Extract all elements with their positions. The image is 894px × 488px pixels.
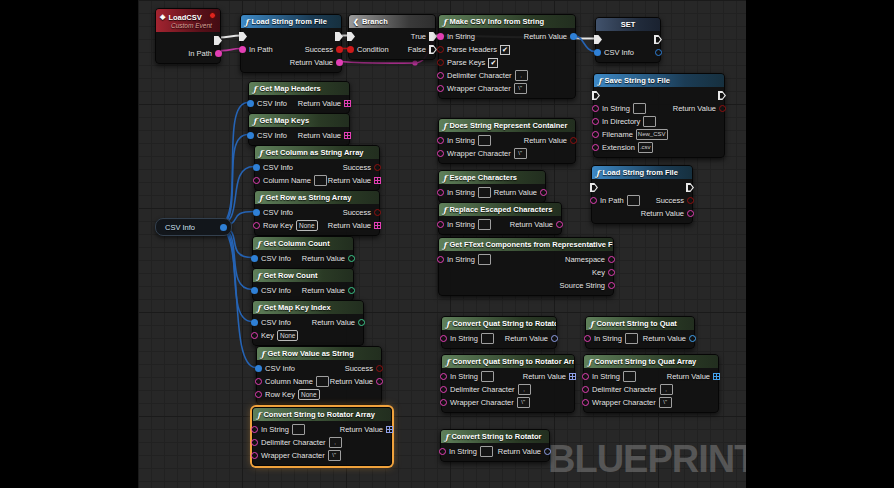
pin-group-in-string[interactable]: In String (440, 333, 494, 344)
escape-characters[interactable]: ƒEscape CharactersIn StringReturn Value (438, 170, 546, 203)
node-header[interactable]: ƒGet Map Key Index (253, 301, 363, 314)
pin-group-csv-info[interactable]: CSV Info (251, 318, 291, 327)
data-pin[interactable] (253, 209, 260, 216)
data-pin[interactable] (255, 391, 262, 398)
data-pin[interactable] (437, 85, 444, 92)
pin-group-csv-info[interactable]: CSV Info (247, 131, 287, 140)
exec-pin[interactable] (429, 32, 437, 41)
node-header[interactable]: ƒMake CSV Info from String (439, 15, 575, 28)
data-pin[interactable] (582, 386, 589, 393)
value-input[interactable] (478, 135, 491, 146)
data-pin[interactable] (251, 319, 258, 326)
exec-pin[interactable] (718, 91, 726, 100)
pin-group-in-path[interactable]: In Path (188, 49, 222, 58)
data-pin[interactable] (374, 209, 381, 216)
data-pin[interactable] (608, 256, 615, 263)
data-pin[interactable] (239, 46, 246, 53)
pin-group-key[interactable]: KeyNone (251, 330, 298, 341)
replace-escaped-characters[interactable]: ƒReplace Escaped CharactersIn StringRetu… (438, 202, 562, 235)
node-header[interactable]: ƒConvert Quat String to Rotator Array (442, 355, 574, 368)
pin-group-filename[interactable]: FilenameNew_CSV (592, 129, 668, 140)
array-pin[interactable] (713, 373, 720, 380)
node-header[interactable]: ƒGet Row as String Array (255, 191, 379, 204)
data-pin[interactable] (570, 137, 577, 144)
pin-group-delimiter-character[interactable]: Delimiter Character, (251, 437, 342, 448)
checkbox[interactable]: ✔ (488, 58, 498, 68)
node-header[interactable]: ƒLoad String from File (241, 15, 341, 28)
set-csv-info[interactable]: SETCSV Info (595, 17, 661, 63)
pin-group-true[interactable]: True (411, 32, 437, 41)
value-input[interactable] (478, 187, 491, 198)
pin-group-wrapper-character[interactable]: Wrapper Character\" (582, 397, 672, 408)
data-pin[interactable] (592, 131, 599, 138)
data-pin[interactable] (608, 282, 615, 289)
data-pin[interactable] (608, 269, 615, 276)
pin-group-row-key[interactable]: Row KeyNone (253, 220, 318, 231)
node-header[interactable]: ƒConvert Quat String to Rotator (442, 317, 556, 330)
pin-group-row-key[interactable]: Row KeyNone (255, 389, 320, 400)
data-pin[interactable] (437, 150, 444, 157)
pin-group-in-string[interactable]: In String (437, 32, 475, 41)
array-pin[interactable] (569, 373, 576, 380)
data-pin[interactable] (358, 319, 365, 326)
pin-group-return-value[interactable]: Return Value (667, 372, 720, 381)
node-header[interactable]: ƒConvert String to Quat Array (584, 355, 718, 368)
get-map-keys[interactable]: ƒGet Map KeysCSV InfoReturn Value (248, 113, 350, 146)
pin-group-condition[interactable]: Condition (347, 45, 389, 54)
value-input[interactable] (292, 424, 305, 435)
data-pin[interactable] (440, 399, 447, 406)
exec-pin[interactable] (347, 32, 355, 41)
get-row-count[interactable]: ƒGet Row CountCSV InfoReturn Value (252, 268, 354, 301)
get-map-key-index[interactable]: ƒGet Map Key IndexCSV InfoReturn ValueKe… (252, 300, 364, 346)
pin-group-return-value[interactable]: Return Value (505, 334, 558, 343)
pin-group-return-value[interactable]: Return Value (298, 99, 351, 108)
pin-group-in-string[interactable]: In String (251, 424, 305, 435)
pin-group-csv-info[interactable]: CSV Info (247, 99, 287, 108)
csv-info-variable-get[interactable]: CSV Info (155, 218, 232, 236)
pin-group-return-value[interactable]: Return Value (290, 58, 343, 67)
pin-group-in-string[interactable]: In String (592, 103, 646, 114)
node-header[interactable]: ƒGet FText Components from Representativ… (439, 238, 613, 251)
convert-string-to-quat-array[interactable]: ƒConvert String to Quat ArrayIn StringRe… (583, 354, 719, 413)
pin-group-key[interactable]: Key (592, 268, 615, 277)
value-input[interactable]: , (515, 70, 528, 81)
data-pin[interactable] (251, 255, 258, 262)
array-pin[interactable] (374, 222, 381, 229)
array-pin[interactable] (344, 100, 351, 107)
exec-pin[interactable] (592, 91, 600, 100)
pin-group[interactable] (655, 49, 662, 56)
pin-group-in-string[interactable]: In String (437, 254, 491, 265)
pin-group-delimiter-character[interactable]: Delimiter Character, (582, 384, 673, 395)
pin-group-in-path[interactable]: In Path (239, 45, 273, 54)
pin-group-in-path[interactable]: In Path (590, 195, 640, 206)
node-header[interactable]: ƒGet Map Headers (249, 82, 349, 95)
pin-group-return-value[interactable]: Return Value (673, 104, 726, 113)
value-input[interactable] (625, 333, 638, 344)
exec-pin[interactable] (429, 45, 437, 54)
value-input[interactable] (633, 103, 646, 114)
data-pin[interactable] (437, 46, 444, 53)
pin-group-success[interactable]: Success (343, 163, 381, 172)
data-pin[interactable] (687, 197, 694, 204)
value-input[interactable]: \" (659, 397, 672, 408)
data-pin[interactable] (655, 49, 662, 56)
pin-group-csv-info[interactable]: CSV Info (594, 48, 634, 57)
get-row-value-as-string[interactable]: ƒGet Row Value as StringCSV InfoSuccessC… (256, 346, 382, 405)
pin-group-extension[interactable]: Extension.csv (592, 142, 653, 153)
data-pin[interactable] (594, 49, 601, 56)
data-pin[interactable] (348, 287, 355, 294)
data-pin[interactable] (437, 72, 444, 79)
data-pin[interactable] (592, 105, 599, 112)
node-header[interactable]: ƒGet Map Keys (249, 114, 349, 127)
pin-group-in-string[interactable]: In String (437, 219, 491, 230)
value-input[interactable] (623, 371, 636, 382)
array-pin[interactable] (344, 132, 351, 139)
exec-pin[interactable] (214, 36, 222, 45)
get-column-as-string-array[interactable]: ƒGet Column as String ArrayCSV InfoSucce… (254, 145, 380, 191)
pin-group-return-value[interactable]: Return Value (510, 220, 563, 229)
value-input[interactable] (627, 195, 640, 206)
pin-group-in-string[interactable]: In String (584, 333, 638, 344)
convert-quat-string-to-rotator-array[interactable]: ƒConvert Quat String to Rotator ArrayIn … (441, 354, 575, 413)
get-ftext-components-from-representative-fstring[interactable]: ƒGet FText Components from Representativ… (438, 237, 614, 296)
pin-group[interactable] (592, 91, 600, 100)
